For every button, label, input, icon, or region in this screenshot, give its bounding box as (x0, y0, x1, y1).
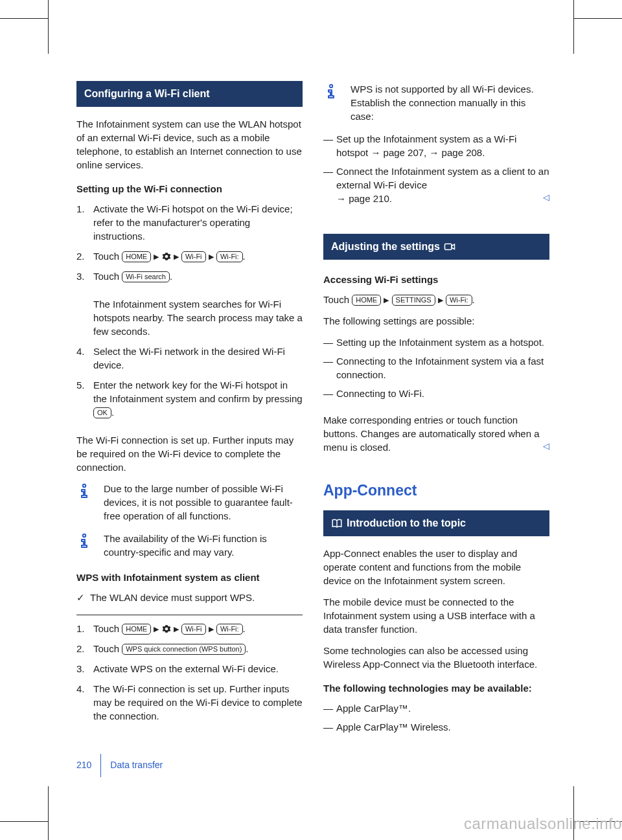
svg-point-0 (83, 484, 86, 487)
triangle-icon: ▶ (209, 253, 214, 260)
book-icon (331, 517, 343, 529)
heading-configuring-wifi: Configuring a Wi-Fi client (76, 81, 303, 107)
paragraph: The Wi-Fi connection is set up. Further … (76, 433, 303, 474)
home-button-pill: HOME (352, 295, 381, 306)
heading-text: Adjusting the settings (331, 240, 440, 254)
info-icon (76, 533, 95, 551)
info-icon (323, 84, 341, 102)
heading-text: Configuring a Wi-Fi client (84, 87, 210, 101)
triangle-icon: ▶ (174, 253, 179, 260)
watermark: carmanualsonline.info (464, 813, 622, 835)
subheading-wps: WPS with Infotainment system as client (76, 571, 303, 584)
wifi-button-pill: Wi-Fi: (446, 295, 472, 306)
list-item: 1.Activate the Wi-Fi hotspot on the Wi-F… (76, 202, 303, 243)
page-content: Configuring a Wi-Fi client The Infotainm… (76, 81, 549, 747)
info-icon (76, 483, 95, 501)
list-item: 4.The Wi-Fi connection is set up. Furthe… (76, 682, 303, 723)
dash-list: Set up the Infotainment system as a Wi-F… (323, 132, 549, 210)
left-column: Configuring a Wi-Fi client The Infotainm… (76, 81, 303, 747)
page-number: 210 (76, 759, 91, 772)
wifi-button-pill: Wi-Fi: (216, 624, 243, 635)
gear-icon (162, 251, 171, 260)
page-footer: 210 Data transfer (76, 754, 163, 777)
arrow-icon: → (429, 147, 439, 158)
paragraph: The mobile device must be connected to t… (323, 595, 549, 636)
list-item: Apple CarPlay™ Wireless. (323, 720, 549, 734)
arrow-icon: → (371, 147, 380, 158)
info-note: The availability of the Wi-Fi function i… (76, 532, 303, 559)
triangle-icon: ▶ (384, 296, 389, 304)
wifi-button-pill: Wi-Fi (181, 251, 206, 262)
info-note: Due to the large number of possible Wi-F… (76, 482, 303, 523)
wifi-button-pill: Wi-Fi: (216, 251, 243, 262)
list-item: Connecting to Wi-Fi. (323, 387, 549, 400)
triangle-icon: ▶ (154, 625, 159, 633)
wps-button-pill: WPS quick connection (WPS button) (122, 644, 246, 655)
dash-list: Apple CarPlay™. Apple CarPlay™ Wireless. (323, 701, 549, 739)
svg-rect-3 (445, 244, 452, 250)
chapter-name: Data transfer (110, 759, 163, 772)
triangle-icon: ▶ (438, 296, 443, 304)
prerequisite-row: ✓ The WLAN device must support WPS. (76, 591, 303, 604)
intro-paragraph: The Infotainment system can use the WLAN… (76, 117, 303, 172)
paragraph: The following settings are possible: (323, 314, 549, 328)
triangle-icon: ▶ (154, 253, 159, 260)
triangle-icon: ▶ (174, 625, 179, 633)
paragraph: App-Connect enables the user to display … (323, 547, 549, 587)
svg-point-2 (330, 85, 332, 87)
list-item: 5. Enter the network key for the Wi-Fi h… (76, 378, 303, 419)
heading-text: Introduction to the topic (347, 516, 466, 530)
list-item: Apple CarPlay™. (323, 701, 549, 715)
heading-adjusting-settings: Adjusting the settings (323, 234, 549, 260)
list-item: 4.Select the Wi-Fi network in the desire… (76, 345, 303, 372)
list-item: Set up the Infotainment system as a Wi-F… (323, 132, 549, 159)
subheading-technologies: The following technologies may be availa… (323, 681, 549, 695)
info-note: WPS is not supported by all Wi-Fi device… (323, 82, 549, 123)
dash-list: Setting up the Infotainment system as a … (323, 335, 549, 405)
svg-point-1 (83, 534, 86, 537)
footer-divider (100, 754, 101, 777)
heading-introduction: Introduction to the topic (323, 510, 549, 536)
wifi-button-pill: Wi-Fi (181, 624, 206, 635)
paragraph: Some technologies can also be accessed u… (323, 644, 549, 671)
list-item: 2. Touch WPS quick connection (WPS butto… (76, 642, 303, 655)
right-column: WPS is not supported by all Wi-Fi device… (323, 81, 549, 747)
subheading-accessing: Accessing Wi-Fi settings (323, 273, 549, 286)
list-item: Setting up the Infotainment system as a … (323, 335, 549, 349)
list-item: Connect the Infotainment system as a cli… (323, 165, 549, 205)
arrow-icon: → (336, 193, 346, 204)
list-item: Connecting to the Infotainment system vi… (323, 354, 549, 381)
home-button-pill: HOME (122, 251, 151, 262)
list-item: 3.Activate WPS on the external Wi-Fi dev… (76, 662, 303, 675)
steps-list-1: 1.Activate the Wi-Fi hotspot on the Wi-F… (76, 202, 303, 289)
steps-list-1b: 4.Select the Wi-Fi network in the desire… (76, 345, 303, 426)
paragraph: Make corresponding entries or touch func… (323, 413, 549, 454)
section-title-app-connect: App-Connect (323, 480, 549, 501)
access-sequence: Touch HOME ▶ SETTINGS ▶ Wi-Fi:. (323, 293, 549, 306)
gear-icon (162, 623, 171, 632)
list-item: 3. Touch Wi-Fi search. (76, 269, 303, 283)
divider (76, 615, 303, 615)
end-triangle-icon: ◁ (543, 440, 549, 452)
settings-button-pill: SETTINGS (392, 295, 435, 306)
home-button-pill: HOME (122, 624, 151, 635)
subheading-setting-up: Setting up the Wi-Fi connection (76, 182, 303, 196)
check-icon: ✓ (76, 591, 85, 604)
list-item: 2. Touch HOME ▶ ▶ Wi-Fi ▶ Wi-Fi:. (76, 249, 303, 263)
end-triangle-icon: ◁ (543, 192, 549, 203)
video-gear-icon (444, 241, 455, 253)
ok-button-pill: OK (93, 407, 111, 418)
step-body: The Infotainment system searches for Wi-… (93, 297, 303, 338)
steps-list-2: 1. Touch HOME ▶ ▶ Wi-Fi ▶ Wi-Fi:. 2. Tou… (76, 622, 303, 729)
list-item: 1. Touch HOME ▶ ▶ Wi-Fi ▶ Wi-Fi:. (76, 622, 303, 635)
wifi-search-button-pill: Wi-Fi search (122, 271, 170, 282)
triangle-icon: ▶ (209, 625, 214, 633)
